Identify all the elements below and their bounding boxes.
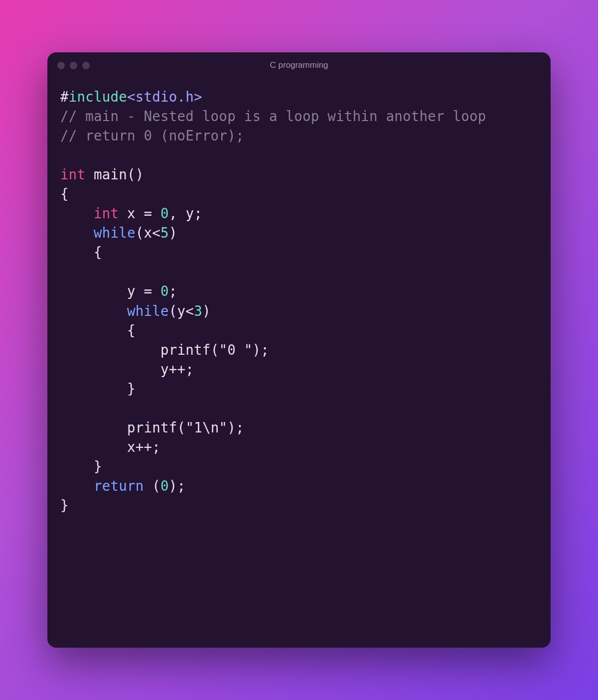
code-token: printf [127,420,177,435]
code-token: x++; [127,439,160,455]
code-token: ) [169,225,177,241]
code-token: ; [169,283,177,299]
code-token: y = [127,283,160,299]
code-token: { [60,186,69,202]
code-token: { [94,244,102,260]
code-token [60,420,127,435]
code-token: (x< [136,225,160,241]
code-token [60,361,160,377]
code-token: main [94,166,127,182]
code-token: return [94,478,144,494]
code-token: ); [227,420,244,435]
code-token: 0 [160,283,169,299]
window-title: C programming [47,60,551,70]
code-token [60,458,94,474]
code-token: <stdio.h> [127,89,202,105]
code-token [60,244,94,260]
code-token: () [127,166,144,182]
code-token [60,478,94,494]
code-token [60,381,127,397]
code-area: #include<stdio.h> // main - Nested loop … [47,78,551,524]
code-token: , y; [169,205,202,221]
code-token [60,439,127,455]
code-token [60,205,94,221]
titlebar: C programming [47,52,551,78]
code-token: 3 [194,303,202,319]
code-token: ( [177,420,186,435]
code-comment: // return 0 (noError); [60,128,244,143]
code-token: 0 [160,478,169,494]
code-token [60,342,160,358]
code-token: # [60,89,69,105]
code-token: x = [119,205,160,221]
code-token: } [60,497,69,513]
code-token [60,283,127,299]
code-token: "0 " [219,342,252,358]
code-token: int [94,205,119,221]
code-token: 5 [160,225,169,241]
code-token: { [127,322,136,338]
traffic-lights [57,62,90,69]
close-icon[interactable] [57,62,65,69]
code-token: } [94,458,102,474]
code-window: C programming #include<stdio.h> // main … [47,52,551,648]
minimize-icon[interactable] [70,62,77,69]
code-token: (y< [169,303,194,319]
code-token: 0 [160,205,169,221]
code-token [60,303,127,319]
code-token: ( [211,342,219,358]
code-token: include [69,89,127,105]
code-token: ); [169,478,186,494]
code-token: int [60,166,85,182]
code-token [60,322,127,338]
code-token: "1\n" [185,420,227,435]
code-token: ); [252,342,269,358]
code-token [60,225,94,241]
code-token: } [127,381,136,397]
code-token: while [127,303,169,319]
code-token: y++; [160,361,194,377]
maximize-icon[interactable] [82,62,90,69]
code-comment: // main - Nested loop is a loop within a… [60,108,486,124]
code-token: ) [202,303,211,319]
code-token: printf [160,342,211,358]
code-token: ( [144,478,161,494]
code-token: while [94,225,136,241]
